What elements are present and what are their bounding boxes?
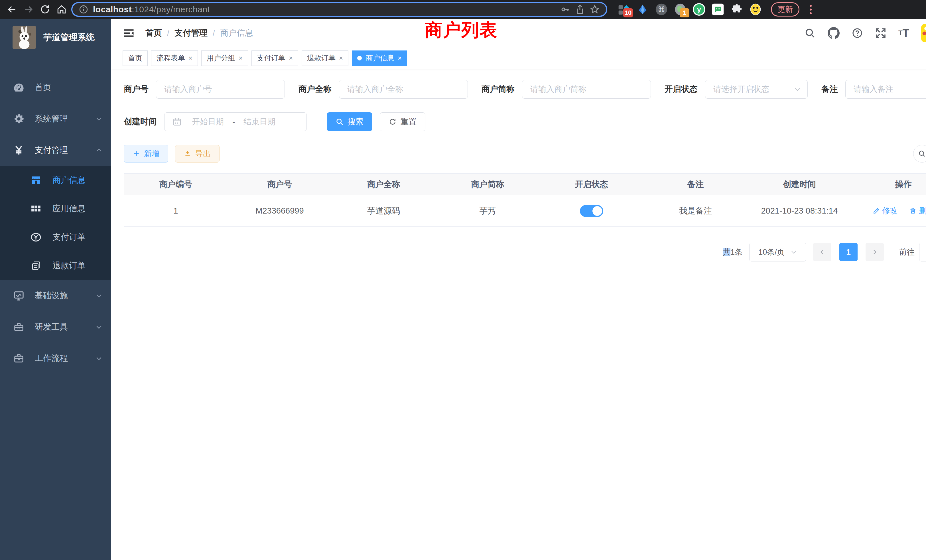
- jump-page-input[interactable]: [919, 243, 926, 262]
- tab-merchant-active[interactable]: 商户信息 ×: [352, 50, 407, 66]
- remark-input[interactable]: [846, 85, 926, 94]
- sidebar-item-label: 工作流程: [35, 353, 68, 364]
- forward-icon[interactable]: [22, 3, 35, 16]
- search-icon[interactable]: [804, 27, 816, 39]
- close-icon[interactable]: ×: [398, 55, 402, 62]
- chrome-update-button[interactable]: 更新: [771, 2, 799, 17]
- breadcrumb-item[interactable]: 支付管理: [174, 27, 207, 39]
- tab-refund-order[interactable]: 退款订单 ×: [302, 50, 348, 66]
- cell-merchant-id: 1: [124, 195, 228, 227]
- sidebar-item-application[interactable]: 应用信息: [0, 194, 111, 223]
- help-icon[interactable]: [852, 27, 863, 39]
- sidebar-item-pay-order[interactable]: 支付订单: [0, 223, 111, 251]
- sidebar-item-refund-order[interactable]: 退款订单: [0, 251, 111, 280]
- svg-text:⌘: ⌘: [658, 5, 665, 14]
- share-icon[interactable]: [575, 4, 585, 15]
- add-button[interactable]: 新增: [124, 145, 168, 162]
- sidebar-item-infrastructure[interactable]: 基础设施: [0, 280, 111, 311]
- merchant-fullname-input[interactable]: [339, 85, 468, 94]
- close-icon[interactable]: ×: [239, 55, 243, 62]
- shop-icon: [30, 174, 42, 186]
- sidebar-item-label: 首页: [35, 82, 51, 93]
- puzzle-icon[interactable]: [731, 3, 743, 16]
- cell-short-name: 芋艿: [436, 195, 540, 227]
- sidebar-item-home[interactable]: 首页: [0, 72, 111, 103]
- status-select[interactable]: [705, 85, 807, 94]
- filter-row-2: 创建时间 - 搜索 重置: [124, 112, 926, 131]
- github-icon[interactable]: [828, 27, 840, 39]
- merchant-table: 商户编号 商户号 商户全称 商户简称 开启状态 备注 创建时间 操作 1 M23…: [124, 173, 926, 227]
- font-size-icon[interactable]: TT: [898, 27, 909, 39]
- export-button[interactable]: 导出: [175, 145, 219, 162]
- merchant-no-input[interactable]: [156, 85, 284, 94]
- tab-pay-order[interactable]: 支付订单 ×: [251, 50, 298, 66]
- page-size-select[interactable]: 10条/页: [749, 243, 806, 262]
- toggle-search-button[interactable]: [913, 145, 926, 162]
- table-row[interactable]: 1 M233666999 芋道源码 芋艿 我是备注 2021-10-23 08:…: [124, 195, 926, 227]
- merchant-shortname-input[interactable]: [522, 85, 651, 94]
- close-icon[interactable]: ×: [289, 55, 293, 62]
- sidebar-item-payment[interactable]: 支付管理: [0, 135, 111, 166]
- ext-command-icon[interactable]: ⌘: [655, 3, 668, 16]
- sidebar-item-label: 退款订单: [53, 260, 86, 271]
- tab-user-group[interactable]: 用户分组 ×: [201, 50, 248, 66]
- hamburger-icon[interactable]: [123, 27, 135, 39]
- page-number-1[interactable]: 1: [839, 243, 858, 261]
- close-icon[interactable]: ×: [188, 55, 192, 62]
- start-date-input[interactable]: [185, 117, 231, 126]
- edit-link[interactable]: 修改: [873, 206, 898, 216]
- next-page-button[interactable]: [865, 243, 884, 261]
- sidebar-item-merchant[interactable]: 商户信息: [0, 166, 111, 194]
- home-icon[interactable]: [55, 3, 68, 16]
- date-range-picker[interactable]: -: [164, 112, 307, 131]
- ext-yudao-icon[interactable]: y: [693, 3, 705, 16]
- sidebar-item-label: 基础设施: [35, 290, 68, 301]
- sidebar-item-workflow[interactable]: 工作流程: [0, 343, 111, 374]
- end-date-input[interactable]: [237, 117, 282, 126]
- search-button[interactable]: 搜索: [327, 112, 372, 131]
- fullscreen-icon[interactable]: [875, 27, 887, 39]
- ext-emoji-icon[interactable]: [749, 3, 762, 16]
- back-icon[interactable]: [5, 3, 19, 16]
- ext-kite-icon[interactable]: [636, 3, 649, 16]
- kebab-menu-icon[interactable]: [809, 5, 812, 14]
- ext-badge: 10: [623, 8, 633, 17]
- sidebar-item-system[interactable]: 系统管理: [0, 103, 111, 135]
- delete-link[interactable]: 删除: [909, 206, 926, 216]
- column-header: 商户全称: [331, 174, 436, 195]
- sidebar-item-label: 应用信息: [53, 203, 86, 215]
- address-bar[interactable]: localhost:1024/pay/merchant: [71, 2, 607, 17]
- close-icon[interactable]: ×: [339, 55, 343, 62]
- table-header-row: 商户编号 商户号 商户全称 商户简称 开启状态 备注 创建时间 操作: [124, 174, 926, 195]
- page-content: 商户号 商户全称 商户简称: [111, 69, 926, 560]
- star-icon[interactable]: [590, 4, 600, 15]
- extensions-row: 10 ⌘ 1 y 更新: [617, 2, 814, 17]
- sidebar-menu: 首页 系统管理 支付管理: [0, 72, 111, 374]
- sidebar-item-label: 商户信息: [53, 174, 86, 186]
- info-icon[interactable]: [79, 5, 88, 14]
- filter-label: 开启状态: [664, 83, 698, 95]
- tab-label: 首页: [128, 53, 142, 63]
- sidebar: 芋道管理系统 首页 系统管理: [0, 19, 111, 560]
- url-text: localhost:1024/pay/merchant: [93, 5, 210, 14]
- column-header: 备注: [643, 174, 747, 195]
- tab-home[interactable]: 首页: [123, 50, 148, 66]
- ext-tabs-icon[interactable]: 10: [617, 3, 630, 16]
- ext-camera-icon[interactable]: 1: [674, 3, 687, 16]
- status-toggle-on[interactable]: [580, 205, 603, 217]
- key-icon[interactable]: [560, 4, 570, 15]
- coin-yen-icon: [30, 232, 42, 243]
- avatar[interactable]: [921, 24, 926, 42]
- column-header: 操作: [851, 174, 926, 195]
- breadcrumb-item[interactable]: 首页: [145, 27, 162, 39]
- breadcrumb: 首页 / 支付管理 / 商户信息: [145, 27, 253, 39]
- ext-chat-icon[interactable]: [712, 3, 724, 16]
- cell-merchant-no: M233666999: [228, 195, 332, 227]
- tab-process-form[interactable]: 流程表单 ×: [151, 50, 198, 66]
- reset-button[interactable]: 重置: [380, 112, 425, 131]
- logo-row[interactable]: 芋道管理系统: [0, 19, 111, 56]
- prev-page-button[interactable]: [813, 243, 831, 261]
- reload-icon[interactable]: [38, 3, 52, 16]
- filter-label: 商户号: [124, 83, 148, 95]
- sidebar-item-devtools[interactable]: 研发工具: [0, 311, 111, 343]
